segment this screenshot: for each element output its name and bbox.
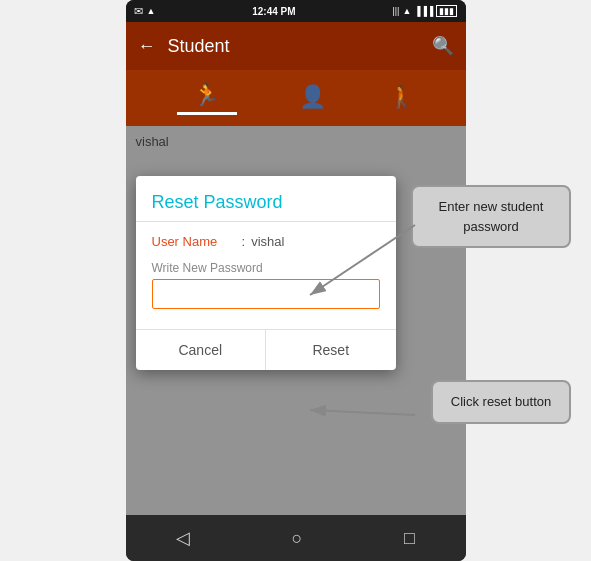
nav-recents-button[interactable]: □ [404,528,415,549]
nav-back-button[interactable]: ◁ [176,527,190,549]
toolbar: ← Student 🔍 [126,22,466,70]
dialog-actions: Cancel Reset [136,329,396,370]
username-row: User Name : vishal [152,234,380,249]
status-bar: ✉ ▲ 12:44 PM ||| ▲ ▐▐▐ ▮▮▮ [126,0,466,22]
dialog-overlay: Reset Password User Name : vishal Write … [126,126,466,515]
battery-icon: ▮▮▮ [436,5,457,17]
nav-bar: ◁ ○ □ [126,515,466,561]
main-content: vishal Reset Password User Name : vishal [126,126,466,515]
reset-password-dialog: Reset Password User Name : vishal Write … [136,176,396,370]
tab-running[interactable]: 🏃 [177,82,237,115]
dialog-title: Reset Password [136,176,396,222]
username-value: vishal [251,234,284,249]
status-bar-left: ✉ ▲ [134,5,156,18]
person-icon: 👤 [299,84,326,110]
vibrate-icon: ||| [392,6,399,16]
phone-frame: ✉ ▲ 12:44 PM ||| ▲ ▐▐▐ ▮▮▮ ← Student 🔍 🏃 [126,0,466,561]
wifi-icon: ▲ [402,6,411,16]
username-separator: : [242,234,246,249]
sim-icon: ▲ [147,6,156,16]
reset-button[interactable]: Reset [266,330,396,370]
back-button[interactable]: ← [138,36,156,57]
signal-icon: ▐▐▐ [414,6,433,16]
status-bar-right: ||| ▲ ▐▐▐ ▮▮▮ [392,5,457,17]
new-password-label: Write New Password [152,261,380,275]
search-button[interactable]: 🔍 [432,35,454,57]
running-icon: 🏃 [193,82,220,108]
tab-person[interactable]: 👤 [299,84,326,112]
student-icon: 🚶 [388,84,415,110]
annotation-enter-password: Enter new student password [411,185,571,248]
nav-home-button[interactable]: ○ [292,528,303,549]
status-time: 12:44 PM [252,6,295,17]
outer-container: ✉ ▲ 12:44 PM ||| ▲ ▐▐▐ ▮▮▮ ← Student 🔍 🏃 [0,0,591,561]
notification-icon: ✉ [134,5,143,18]
tab-icon-bar: 🏃 👤 🚶 [126,70,466,126]
tab-indicator [177,112,237,115]
cancel-button[interactable]: Cancel [136,330,267,370]
annotation-click-reset: Click reset button [431,380,571,424]
new-password-input[interactable] [152,279,380,309]
tab-student[interactable]: 🚶 [388,84,415,112]
dialog-body: User Name : vishal Write New Password [136,222,396,321]
toolbar-title: Student [168,36,432,57]
username-label: User Name [152,234,242,249]
